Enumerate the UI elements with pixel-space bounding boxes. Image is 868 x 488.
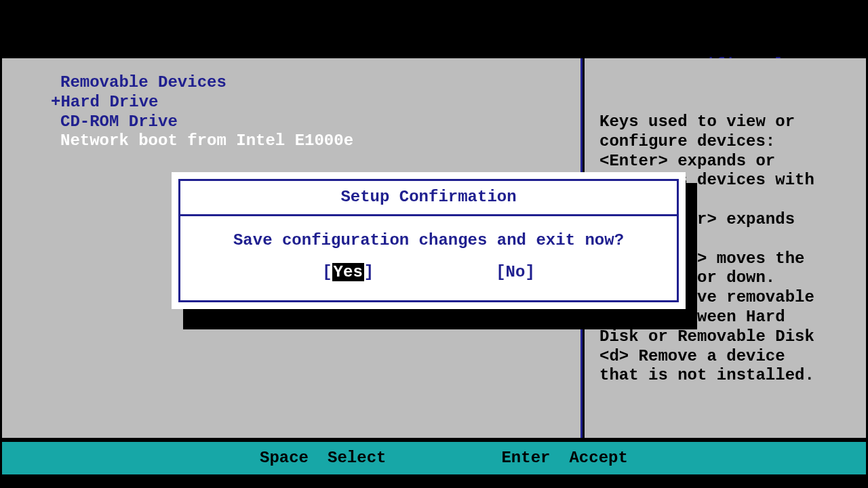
yes-button[interactable]: [Yes] <box>322 263 374 283</box>
footer-label-accept: Accept <box>569 449 627 468</box>
boot-item-cdrom[interactable]: CD-ROM Drive <box>60 113 580 132</box>
boot-item-network[interactable]: Network boot from Intel E1000e <box>60 131 580 151</box>
top-bar <box>2 0 866 58</box>
confirmation-dialog: Setup Confirmation Save configuration ch… <box>172 172 686 309</box>
dialog-title: Setup Confirmation <box>180 181 677 216</box>
no-button[interactable]: [No] <box>496 263 535 283</box>
footer-key-enter: Enter <box>501 449 550 468</box>
footer-label-select: Select <box>328 449 386 468</box>
footer-hint-bar: Space Select Enter Accept <box>2 442 866 474</box>
footer-key-space: Space <box>260 449 309 468</box>
boot-item-removable[interactable]: Removable Devices <box>60 73 580 93</box>
dialog-message: Save configuration changes and exit now? <box>233 231 624 251</box>
boot-item-harddrive[interactable]: +Hard Drive <box>51 93 580 113</box>
